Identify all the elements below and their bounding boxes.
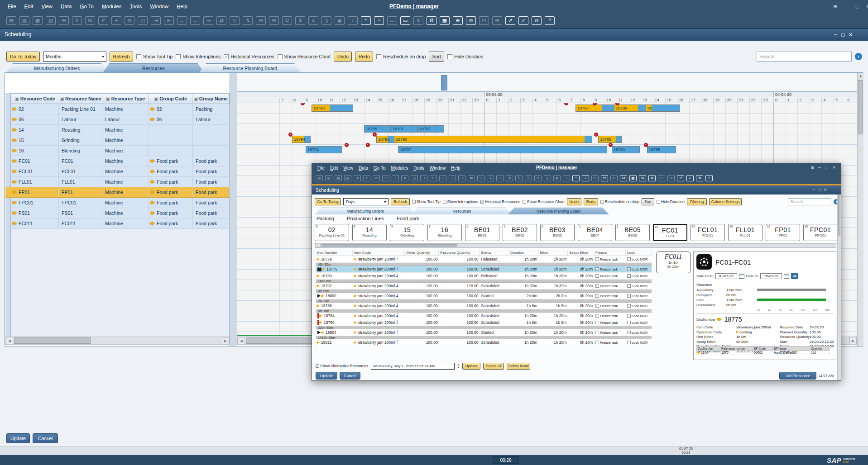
tab-resources[interactable]: Resources	[411, 208, 512, 214]
table-row[interactable]: FC01FC01MachineFood parkFood park	[11, 156, 230, 166]
doc-check-icon[interactable]: ✓	[686, 175, 694, 181]
undo-button[interactable]: Undo	[334, 52, 352, 62]
warning-icon[interactable]	[644, 143, 648, 147]
menu-item-view[interactable]: View	[37, 4, 57, 9]
prev-record-icon[interactable]: ←	[177, 16, 187, 25]
doc-check-icon[interactable]: ✓	[518, 16, 528, 25]
resource-card-fc01[interactable]: 10FC01FC01	[653, 224, 687, 241]
menu-item-help[interactable]: Help	[173, 4, 192, 9]
link-arrow-icon[interactable]	[355, 314, 357, 317]
grid-column-setup-effort[interactable]: Setup Effort	[568, 250, 594, 256]
tab-resource-planning-board[interactable]: Resource Planning Board	[508, 208, 609, 214]
link-arrow-icon[interactable]	[355, 341, 357, 344]
link-arrow-icon[interactable]	[14, 149, 17, 152]
grid-column-doc-number[interactable]: Doc Number	[316, 250, 353, 256]
operation-row-18784[interactable]: 18784strawberry jam 200ml1100.00100.00Sc…	[316, 313, 652, 319]
binoculars-icon[interactable]: ◫	[411, 175, 418, 181]
filter-icon[interactable]: ▦	[194, 97, 198, 101]
sort-az-icon[interactable]: ⇅	[243, 16, 253, 25]
show-alternative-resources[interactable]: ✓Show Alternative Resources	[316, 364, 368, 368]
resource-card-02[interactable]: 902Packing Line 01	[315, 224, 349, 241]
routing-link[interactable]: 1	[396, 294, 398, 296]
chat2-icon[interactable]: ▭	[400, 16, 410, 25]
link-arrow-icon[interactable]	[152, 170, 155, 173]
column-header-resource-code[interactable]: ▦Resource Code	[11, 94, 59, 104]
link-arrow-icon[interactable]	[14, 180, 17, 184]
lock-screen-icon[interactable]: ⊠	[401, 175, 408, 181]
grid-add-icon[interactable]: ⊞	[667, 175, 675, 181]
copy-icon[interactable]: ⊞	[59, 16, 69, 25]
link-arrow-icon[interactable]	[736, 331, 739, 333]
last-record-icon[interactable]: ⇥	[203, 16, 213, 25]
scroll-left-icon[interactable]: ‹	[315, 244, 321, 247]
stamp-icon[interactable]: ⊛	[648, 175, 656, 181]
operation-row-18800[interactable]: 18800strawberry jam 200ml1100.00100.00St…	[316, 293, 652, 299]
table-row[interactable]: FCL01FCL01MachineFood parkFood park	[11, 166, 230, 177]
window2-update-small-button[interactable]: Update	[462, 363, 480, 370]
export-image-icon[interactable]: ↗	[505, 16, 515, 25]
checkbox-icon[interactable]	[595, 331, 599, 334]
pencil-icon[interactable]: /	[348, 16, 358, 25]
menu-item-edit[interactable]: Edit	[20, 4, 38, 9]
warning-icon[interactable]	[301, 103, 305, 105]
calendar-icon[interactable]	[739, 274, 744, 279]
sort-button[interactable]: Sort	[429, 52, 444, 62]
link-arrow-icon[interactable]	[317, 285, 320, 287]
sort-az-icon[interactable]: ⇅	[487, 175, 494, 181]
filter-icon[interactable]: ▦	[106, 97, 110, 101]
doc-out-icon[interactable]: ⊞	[269, 16, 279, 25]
resource-card-fpc01[interactable]: 10FPC01FPC01	[803, 224, 838, 241]
show-option-1[interactable]: Show Interuptions	[176, 54, 221, 59]
menu-item-data[interactable]: Data	[57, 4, 76, 9]
routing-link[interactable]: 1	[396, 257, 398, 260]
link-arrow-icon[interactable]	[14, 222, 17, 225]
table-row[interactable]: 02Packing Line 01Machine02Packing	[11, 104, 230, 114]
menu-item-tools[interactable]: Tools	[411, 166, 427, 171]
routing-link[interactable]: 1	[396, 320, 398, 323]
checkbox-icon[interactable]: ✓	[627, 267, 631, 271]
scales-icon[interactable]: ¤	[308, 16, 318, 25]
word-icon[interactable]: W	[373, 175, 380, 181]
payment-icon[interactable]: $	[525, 175, 532, 181]
copy-icon[interactable]: ⊞	[354, 175, 361, 181]
gantt-bar-18795[interactable]: 18795	[364, 125, 391, 133]
scroll-right-icon[interactable]: ▶	[849, 337, 857, 344]
tab-manufacturing-orders[interactable]: Manufacturing Orders	[6, 63, 107, 72]
menu-item-go-to[interactable]: Go To	[76, 4, 97, 9]
freeze-task-checkbox[interactable]: ✓Freeze task	[595, 267, 618, 271]
doc-lock-icon[interactable]: ⊡	[479, 16, 489, 25]
lock-screen-icon[interactable]: ⊠	[125, 16, 134, 25]
tab-resources[interactable]: Resources	[103, 63, 204, 72]
checkbox-icon[interactable]	[627, 321, 631, 324]
checkbox-icon[interactable]	[447, 54, 452, 59]
cards-scrollbar[interactable]: ‹	[315, 243, 836, 248]
chat2-icon[interactable]: ▭	[601, 175, 608, 181]
group-tab-production-lines[interactable]: Production Lines	[347, 216, 384, 223]
move-icon[interactable]: +	[111, 16, 121, 25]
scales-icon[interactable]: ¤	[534, 175, 542, 181]
group-tab-packing[interactable]: Packing	[317, 216, 334, 223]
operation-row-18788[interactable]: 18788strawberry jam 200ml1100.00100.00Sc…	[316, 303, 652, 309]
fc011-drag-card[interactable]: FC011 1h 8m 0h 20m	[656, 251, 691, 273]
gantt-bar-18787[interactable]: 18787	[417, 125, 444, 133]
checkbox-icon[interactable]	[595, 341, 599, 344]
calculator-icon[interactable]: ▦	[440, 16, 450, 25]
mdi-close-icon[interactable]: ✕	[849, 32, 853, 37]
freeze-task-checkbox[interactable]: Freeze task	[595, 331, 618, 335]
scroll-left-icon[interactable]: ◀	[6, 337, 13, 344]
refresh-button[interactable]: Refresh	[391, 198, 410, 205]
resource-card-be05[interactable]: 1BE05BE05	[615, 224, 650, 241]
checkbox-icon[interactable]	[627, 257, 631, 261]
link-arrow-icon[interactable]	[14, 107, 17, 111]
checkbox-icon[interactable]	[136, 54, 141, 59]
grid-column-freeze[interactable]: Freeze	[594, 250, 626, 256]
globe-icon[interactable]: ⊚	[696, 175, 703, 181]
freeze-task-checkbox[interactable]: Freeze task	[595, 321, 618, 325]
scheduling-window-titlebar[interactable]: Scheduling ─ ▢ ✕	[0, 29, 868, 41]
operation-row-18780[interactable]: 18780strawberry jam 200ml1100.00100.00Re…	[316, 273, 652, 280]
window2-scheduling-titlebar[interactable]: Scheduling ─ ▢ ✕	[312, 185, 841, 195]
filter-icon[interactable]: ▽	[477, 175, 484, 181]
add-resource-button[interactable]: Add Resource	[779, 372, 816, 380]
freeze-task-checkbox[interactable]: Freeze task	[595, 257, 618, 261]
table-gantt-splitter[interactable]	[230, 73, 237, 346]
